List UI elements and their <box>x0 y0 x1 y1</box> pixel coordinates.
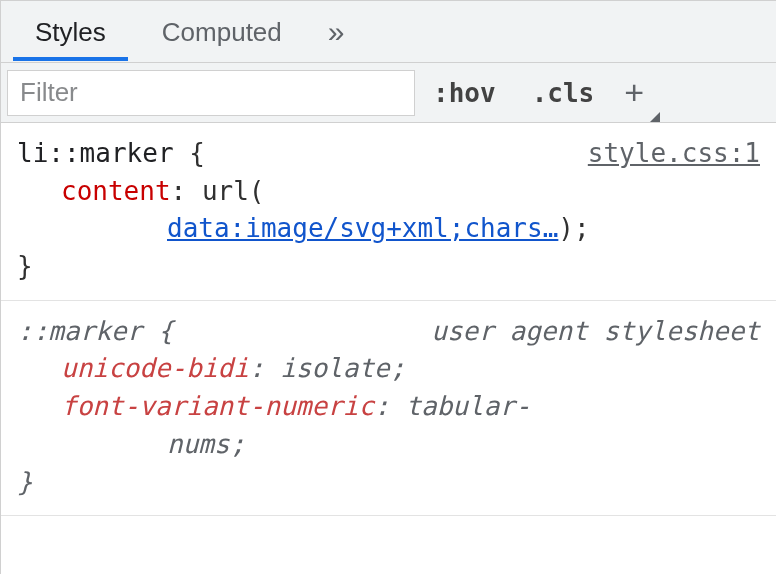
css-value-prefix: url( <box>202 176 265 206</box>
css-declaration[interactable]: unicode-bidi: isolate; <box>17 350 760 388</box>
close-brace: } <box>17 248 760 286</box>
css-property[interactable]: font-variant-numeric <box>61 391 374 421</box>
semicolon: ; <box>230 429 246 459</box>
tab-overflow-icon[interactable]: » <box>310 15 365 49</box>
tab-computed[interactable]: Computed <box>134 3 310 60</box>
css-value-part1[interactable]: tabular- <box>405 391 530 421</box>
css-value-part2[interactable]: nums <box>167 429 230 459</box>
colon: : <box>374 391 390 421</box>
style-rule-ua: ::marker { user agent stylesheet unicode… <box>1 301 776 516</box>
css-value-suffix: ); <box>558 213 589 243</box>
style-rule: li::marker { style.css:1 content: url( d… <box>1 123 776 301</box>
css-property[interactable]: content <box>61 176 171 206</box>
css-selector[interactable]: ::marker <box>17 316 142 346</box>
css-property[interactable]: unicode-bidi <box>61 353 249 383</box>
source-ua-label: user agent stylesheet <box>431 313 760 351</box>
open-brace: { <box>189 138 205 168</box>
semicolon: ; <box>390 353 406 383</box>
css-selector[interactable]: li::marker <box>17 138 174 168</box>
css-declaration-cont: data:image/svg+xml;chars…); <box>17 210 760 248</box>
css-value[interactable]: isolate <box>280 353 390 383</box>
css-declaration[interactable]: font-variant-numeric: tabular- <box>17 388 760 426</box>
styles-toolbar: :hov .cls + <box>1 63 776 123</box>
css-declaration-cont: nums; <box>17 426 760 464</box>
styles-tabstrip: Styles Computed » <box>1 1 776 63</box>
open-brace: { <box>158 316 174 346</box>
hov-toggle-button[interactable]: :hov <box>415 78 514 108</box>
css-declaration[interactable]: content: url( <box>17 173 760 211</box>
source-link[interactable]: style.css:1 <box>588 135 760 173</box>
url-link[interactable]: data:image/svg+xml;chars… <box>167 213 558 243</box>
close-brace: } <box>17 464 760 502</box>
colon: : <box>249 353 265 383</box>
cls-toggle-button[interactable]: .cls <box>514 78 613 108</box>
colon: : <box>171 176 187 206</box>
tab-styles[interactable]: Styles <box>7 3 134 60</box>
filter-input[interactable] <box>7 70 415 116</box>
new-rule-button[interactable]: + <box>612 73 662 112</box>
